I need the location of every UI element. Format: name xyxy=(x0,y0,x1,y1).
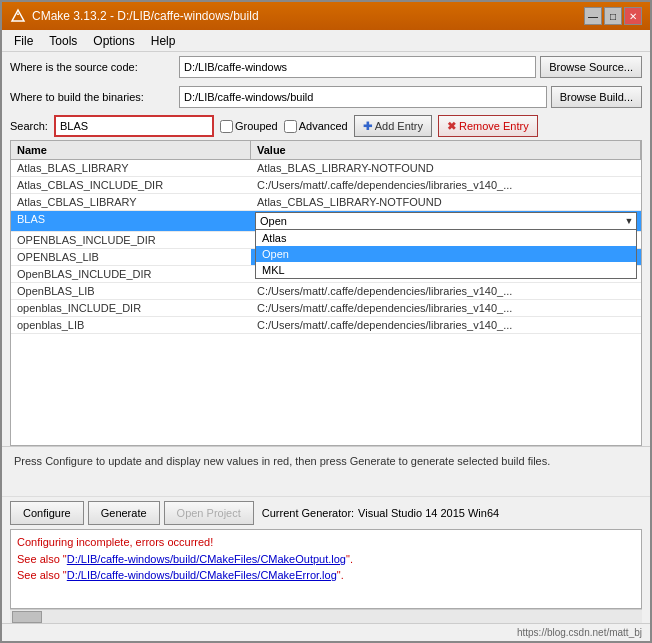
dropdown-option-mkl[interactable]: MKL xyxy=(256,262,636,278)
header-name: Name xyxy=(11,141,251,159)
cell-value: Atlas_CBLAS_LIBRARY-NOTFOUND xyxy=(251,194,641,210)
table-body[interactable]: Atlas_BLAS_LIBRARY Atlas_BLAS_LIBRARY-NO… xyxy=(11,160,641,445)
cmake-output-log-link[interactable]: D:/LIB/caffe-windows/build/CMakeFiles/CM… xyxy=(67,553,346,565)
cmake-icon xyxy=(10,8,26,24)
cell-value: C:/Users/matt/.caffe/dependencies/librar… xyxy=(251,300,641,316)
dropdown-option-open[interactable]: Open xyxy=(256,246,636,262)
advanced-label: Advanced xyxy=(299,120,348,132)
advanced-checkbox-group: Advanced xyxy=(284,120,348,133)
bottom-buttons: Configure Generate Open Project Current … xyxy=(2,496,650,529)
status-area: Press Configure to update and display ne… xyxy=(2,446,650,496)
generate-button[interactable]: Generate xyxy=(88,501,160,525)
cell-name: OPENBLAS_INCLUDE_DIR xyxy=(11,232,251,248)
cmake-error-log-link[interactable]: D:/LIB/caffe-windows/build/CMakeFiles/CM… xyxy=(67,569,337,581)
blas-selected-value: Open xyxy=(256,215,622,227)
menu-tools[interactable]: Tools xyxy=(41,32,85,50)
cell-value: C:/Users/matt/.caffe/dependencies/librar… xyxy=(251,177,641,193)
cell-value: C:/Users/matt/.caffe/dependencies/librar… xyxy=(251,317,641,333)
header-value: Value xyxy=(251,141,641,159)
table-row-blas[interactable]: BLAS Open ▼ Atlas Open MKL xyxy=(11,211,641,232)
window-title: CMake 3.13.2 - D:/LIB/caffe-windows/buil… xyxy=(32,9,584,23)
menu-file[interactable]: File xyxy=(6,32,41,50)
source-label: Where is the source code: xyxy=(10,61,175,73)
plus-icon: ✚ xyxy=(363,120,372,133)
dropdown-option-atlas[interactable]: Atlas xyxy=(256,230,636,246)
source-input[interactable] xyxy=(179,56,536,78)
table-header: Name Value xyxy=(11,141,641,160)
table-row[interactable]: openblas_INCLUDE_DIR C:/Users/matt/.caff… xyxy=(11,300,641,317)
remove-entry-button[interactable]: ✖ Remove Entry xyxy=(438,115,538,137)
cell-name: OpenBLAS_INCLUDE_DIR xyxy=(11,266,251,282)
log-line-2: See also "D:/LIB/caffe-windows/build/CMa… xyxy=(17,551,635,568)
x-icon: ✖ xyxy=(447,120,456,133)
table-row[interactable]: Atlas_CBLAS_INCLUDE_DIR C:/Users/matt/.c… xyxy=(11,177,641,194)
cell-name: Atlas_CBLAS_INCLUDE_DIR xyxy=(11,177,251,193)
status-bar-text: https://blog.csdn.net/matt_bj xyxy=(517,627,642,638)
cell-name: openblas_INCLUDE_DIR xyxy=(11,300,251,316)
status-text: Press Configure to update and display ne… xyxy=(14,455,550,467)
search-label: Search: xyxy=(10,120,48,132)
search-row: Search: Grouped Advanced ✚ Add Entry ✖ R… xyxy=(2,112,650,140)
grouped-label: Grouped xyxy=(235,120,278,132)
browse-build-button[interactable]: Browse Build... xyxy=(551,86,642,108)
cell-name: BLAS xyxy=(11,211,251,231)
window-controls: — □ ✕ xyxy=(584,7,642,25)
horizontal-scrollbar[interactable] xyxy=(10,609,642,623)
build-label: Where to build the binaries: xyxy=(10,91,175,103)
cell-name: Atlas_CBLAS_LIBRARY xyxy=(11,194,251,210)
cell-name: Atlas_BLAS_LIBRARY xyxy=(11,160,251,176)
svg-marker-0 xyxy=(12,10,24,21)
browse-source-button[interactable]: Browse Source... xyxy=(540,56,642,78)
table-row[interactable]: Atlas_CBLAS_LIBRARY Atlas_CBLAS_LIBRARY-… xyxy=(11,194,641,211)
menu-bar: File Tools Options Help xyxy=(2,30,650,52)
log-line-1: Configuring incomplete, errors occurred! xyxy=(17,534,635,551)
log-area: Configuring incomplete, errors occurred!… xyxy=(10,529,642,609)
table-row[interactable]: OpenBLAS_LIB C:/Users/matt/.caffe/depend… xyxy=(11,283,641,300)
grouped-checkbox-group: Grouped xyxy=(220,120,278,133)
add-entry-button[interactable]: ✚ Add Entry xyxy=(354,115,432,137)
minimize-button[interactable]: — xyxy=(584,7,602,25)
cell-name: OPENBLAS_LIB xyxy=(11,249,251,265)
cell-name: OpenBLAS_LIB xyxy=(11,283,251,299)
generator-value: Visual Studio 14 2015 Win64 xyxy=(358,507,642,519)
cell-name: openblas_LIB xyxy=(11,317,251,333)
menu-options[interactable]: Options xyxy=(85,32,142,50)
configure-button[interactable]: Configure xyxy=(10,501,84,525)
remove-entry-label: Remove Entry xyxy=(459,120,529,132)
cell-value: C:/Users/matt/.caffe/dependencies/librar… xyxy=(251,283,641,299)
main-window: CMake 3.13.2 - D:/LIB/caffe-windows/buil… xyxy=(0,0,652,643)
entries-table: Name Value Atlas_BLAS_LIBRARY Atlas_BLAS… xyxy=(10,140,642,446)
close-button[interactable]: ✕ xyxy=(624,7,642,25)
generator-label: Current Generator: xyxy=(262,507,354,519)
source-row: Where is the source code: Browse Source.… xyxy=(2,52,650,82)
scrollbar-thumb[interactable] xyxy=(12,611,42,623)
build-row: Where to build the binaries: Browse Buil… xyxy=(2,82,650,112)
dropdown-list: Atlas Open MKL xyxy=(255,230,637,279)
table-row[interactable]: openblas_LIB C:/Users/matt/.caffe/depend… xyxy=(11,317,641,334)
log-line-3: See also "D:/LIB/caffe-windows/build/CMa… xyxy=(17,567,635,584)
build-input[interactable] xyxy=(179,86,547,108)
search-input[interactable] xyxy=(54,115,214,137)
blas-dropdown-container: Open ▼ Atlas Open MKL xyxy=(255,212,637,230)
status-bar: https://blog.csdn.net/matt_bj xyxy=(2,623,650,641)
grouped-checkbox[interactable] xyxy=(220,120,233,133)
title-bar: CMake 3.13.2 - D:/LIB/caffe-windows/buil… xyxy=(2,2,650,30)
maximize-button[interactable]: □ xyxy=(604,7,622,25)
advanced-checkbox[interactable] xyxy=(284,120,297,133)
open-project-button[interactable]: Open Project xyxy=(164,501,254,525)
dropdown-arrow-icon: ▼ xyxy=(622,216,636,226)
add-entry-label: Add Entry xyxy=(375,120,423,132)
menu-help[interactable]: Help xyxy=(143,32,184,50)
table-row[interactable]: Atlas_BLAS_LIBRARY Atlas_BLAS_LIBRARY-NO… xyxy=(11,160,641,177)
cell-value: Atlas_BLAS_LIBRARY-NOTFOUND xyxy=(251,160,641,176)
blas-dropdown[interactable]: Open ▼ xyxy=(255,212,637,230)
